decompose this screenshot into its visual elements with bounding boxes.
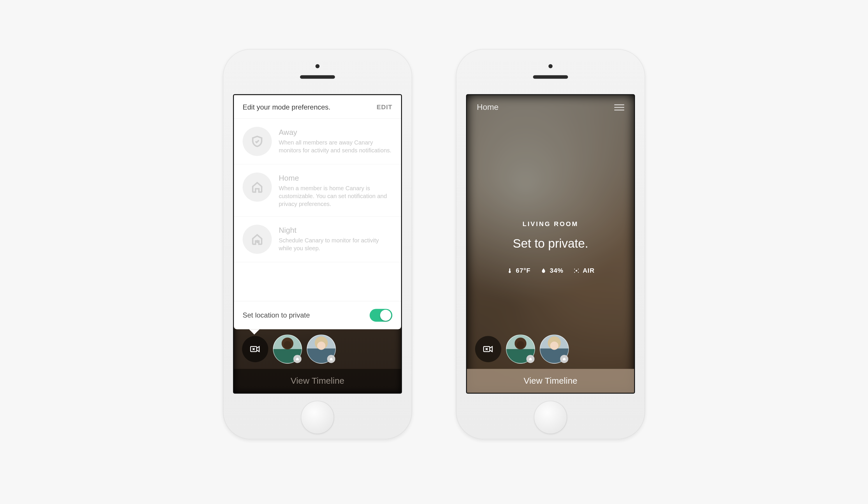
mode-description: When a member is home Canary is customiz… (279, 184, 392, 208)
home-badge-icon (327, 355, 335, 363)
mode-item-home[interactable]: Home When a member is home Canary is cus… (234, 164, 401, 216)
camera-off-button[interactable] (242, 336, 268, 362)
front-camera-icon (316, 64, 320, 68)
status-text: Set to private. (513, 237, 588, 250)
avatar-member-1[interactable] (506, 335, 535, 363)
view-timeline-label: View Timeline (524, 376, 578, 386)
phone-top-bezel (456, 49, 645, 94)
phone-mockup-left: Edit your mode preferences. EDIT Away Wh… (223, 49, 412, 439)
shield-icon (242, 127, 272, 156)
popup-header: Edit your mode preferences. EDIT (234, 95, 401, 119)
svg-point-2 (575, 269, 575, 269)
humidity-value: 34% (550, 267, 563, 275)
home-badge-icon (293, 355, 301, 363)
mode-title: Night (279, 226, 392, 235)
mode-preferences-popup: Edit your mode preferences. EDIT Away Wh… (234, 95, 401, 329)
svg-point-4 (575, 272, 575, 273)
speaker-icon (533, 75, 568, 79)
front-camera-icon (548, 64, 552, 68)
droplet-icon (540, 267, 547, 274)
temperature-stat[interactable]: 67°F (507, 267, 531, 275)
private-label: Set location to private (242, 311, 310, 319)
mode-title: Away (279, 128, 392, 137)
temperature-value: 67°F (516, 267, 531, 275)
avatar-member-2[interactable] (307, 335, 336, 363)
toggle-knob (380, 310, 391, 321)
mode-title: Home (279, 174, 392, 183)
thermometer-icon (507, 267, 513, 274)
popup-footer: Set location to private (234, 301, 401, 329)
view-timeline-button[interactable]: View Timeline (234, 369, 401, 393)
mode-description: Schedule Canary to monitor for activity … (279, 237, 392, 252)
avatar-member-1[interactable] (273, 335, 302, 363)
camera-off-button[interactable] (475, 336, 501, 362)
svg-point-5 (578, 272, 579, 273)
phone-top-bezel (223, 49, 412, 94)
air-quality-icon (573, 267, 580, 274)
mode-list: Away When all members are away Canary mo… (234, 119, 401, 301)
view-timeline-button[interactable]: View Timeline (467, 369, 634, 393)
bottom-strip-a: View Timeline (234, 329, 401, 393)
avatar-member-2[interactable] (540, 335, 569, 363)
view-timeline-label: View Timeline (291, 376, 344, 386)
edit-button[interactable]: EDIT (376, 103, 392, 111)
home-badge-icon (560, 355, 568, 363)
home-button[interactable] (301, 401, 334, 434)
mode-description: When all members are away Canary monitor… (279, 139, 392, 154)
camera-off-icon (482, 343, 494, 355)
svg-point-3 (578, 269, 579, 269)
avatar-row (467, 329, 634, 369)
speaker-icon (300, 75, 335, 79)
camera-off-icon (249, 343, 261, 355)
phone-mockup-right: Home LIVING ROOM Set to private. 67°F (456, 49, 645, 439)
svg-point-1 (576, 270, 578, 271)
home-badge-icon (526, 355, 535, 363)
screen-b: Home LIVING ROOM Set to private. 67°F (466, 94, 635, 393)
screen-a: Edit your mode preferences. EDIT Away Wh… (233, 94, 402, 393)
house-icon (242, 173, 272, 202)
avatar-row (234, 329, 401, 369)
environment-row: 67°F 34% AIR (507, 267, 595, 275)
house-moon-icon (242, 225, 272, 254)
bottom-strip-b: View Timeline (467, 329, 634, 393)
home-button[interactable] (534, 401, 567, 434)
air-value: AIR (582, 267, 595, 275)
private-toggle[interactable] (370, 309, 392, 322)
room-label: LIVING ROOM (523, 220, 578, 228)
air-stat[interactable]: AIR (573, 267, 595, 275)
mode-item-away[interactable]: Away When all members are away Canary mo… (234, 119, 401, 164)
mode-item-night[interactable]: Night Schedule Canary to monitor for act… (234, 216, 401, 262)
popup-title: Edit your mode preferences. (242, 103, 331, 111)
humidity-stat[interactable]: 34% (540, 267, 563, 275)
